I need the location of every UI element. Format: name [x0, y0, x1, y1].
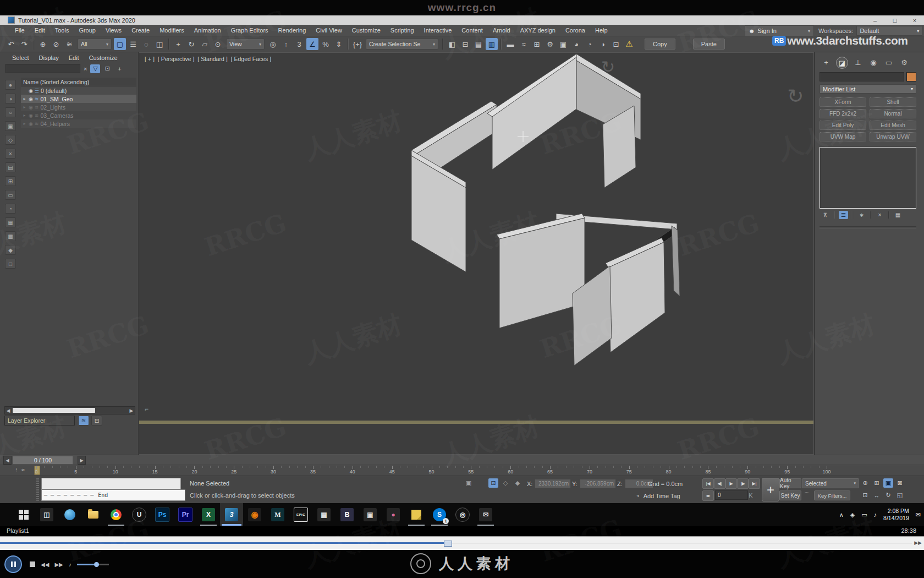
taskbar-chrome[interactable]: [105, 503, 128, 526]
show-end-result-icon[interactable]: ☰: [839, 211, 848, 219]
utilities-tab-icon[interactable]: ⚙: [899, 57, 910, 68]
selection-set-dropdown[interactable]: Selected ▾: [802, 478, 859, 488]
select-by-name-icon[interactable]: ☰: [127, 38, 139, 50]
mini-curve-dots-icon[interactable]: ⁝: [15, 467, 17, 473]
schematic-view-icon[interactable]: ⊞: [531, 38, 543, 50]
eye-icon[interactable]: ◉: [29, 121, 33, 127]
display-geometry-icon[interactable]: ▣: [5, 121, 16, 131]
list-item[interactable]: ▸◉≋02_Lights: [21, 103, 136, 111]
display-helpers-icon[interactable]: ⊞: [5, 176, 16, 186]
auto-key-button[interactable]: Auto Key: [779, 478, 801, 488]
select-and-place-icon[interactable]: ⊙: [212, 38, 224, 50]
absolute-mode-icon[interactable]: ◆: [513, 478, 522, 488]
volume-icon[interactable]: ♪: [69, 561, 72, 568]
maximize-button[interactable]: □: [889, 17, 901, 24]
time-slider-handle[interactable]: 0 / 100: [13, 456, 73, 465]
taskbar-photoshop[interactable]: Ps: [151, 503, 174, 526]
modifier-button-xform[interactable]: XForm: [820, 97, 866, 107]
previous-frame-arrow[interactable]: ◀: [3, 456, 12, 465]
display-containers-icon[interactable]: □: [5, 259, 16, 269]
close-button[interactable]: ×: [909, 17, 921, 24]
maxscript-listener-top[interactable]: [41, 478, 181, 489]
make-unique-icon[interactable]: ∗: [857, 211, 866, 219]
isolate-selection-icon[interactable]: ▣: [464, 478, 474, 488]
align-icon[interactable]: ⊟: [459, 38, 471, 50]
open-mini-curve-editor-icon[interactable]: ≈: [21, 467, 25, 473]
lock-icon[interactable]: ⊡: [102, 64, 112, 73]
taskbar-resolve[interactable]: ▣: [359, 503, 382, 526]
modifier-button-unwrap-uvw[interactable]: Unwrap UVW: [870, 132, 916, 141]
curve-editor-icon[interactable]: ≈: [518, 38, 530, 50]
display-bones-icon[interactable]: ◆: [5, 245, 16, 255]
select-and-rotate-icon[interactable]: ↻: [185, 38, 197, 50]
taskbar-character-app[interactable]: ●: [382, 503, 405, 526]
viewport-menu-renderer[interactable]: [ Standard ]: [197, 56, 227, 62]
modifier-list-dropdown[interactable]: Modifier List ▾: [820, 84, 916, 94]
display-layers-icon[interactable]: ≋: [78, 416, 89, 426]
offset-mode-icon[interactable]: ◇: [501, 478, 510, 488]
spinner-snap-icon[interactable]: ⇕: [333, 38, 345, 50]
minimize-button[interactable]: –: [869, 17, 881, 24]
selection-lock-icon[interactable]: ⊡: [488, 478, 498, 488]
menu-tools[interactable]: Tools: [50, 25, 74, 36]
zoom-extents-icon[interactable]: ▣: [883, 478, 893, 488]
eye-icon[interactable]: ◉: [29, 96, 33, 102]
stop-button[interactable]: [30, 561, 35, 567]
explorer-menu-customize[interactable]: Customize: [85, 54, 122, 61]
explorer-menu-select[interactable]: Select: [8, 54, 34, 61]
taskbar-calculator[interactable]: ▦: [312, 503, 336, 526]
display-shapes-icon[interactable]: ◇: [5, 135, 16, 145]
fast-forward-icon[interactable]: ▶▶: [914, 540, 922, 546]
reference-coordsys-dropdown[interactable]: View▾: [226, 39, 265, 50]
taskbar-messages[interactable]: ✉: [474, 503, 497, 526]
menu-views[interactable]: Views: [101, 25, 127, 36]
taskbar-task-view[interactable]: ◫: [35, 503, 58, 526]
undo-icon[interactable]: ↶: [5, 38, 17, 50]
eye-icon[interactable]: ◉: [29, 113, 33, 118]
next-track-icon[interactable]: ▶▶: [54, 561, 63, 568]
display-cameras-icon[interactable]: ▤: [5, 162, 16, 172]
mirror-icon[interactable]: ◧: [446, 38, 458, 50]
list-item[interactable]: ▸◉≋01_SM_Geo: [21, 95, 136, 103]
taskbar-unreal[interactable]: U: [128, 503, 151, 526]
activeshade-icon[interactable]: ◑: [597, 38, 609, 50]
taskbar-excel[interactable]: X: [197, 503, 220, 526]
current-frame-field[interactable]: 0: [715, 490, 748, 500]
explorer-menu-display[interactable]: Display: [35, 54, 63, 61]
display-tab-icon[interactable]: ▭: [883, 57, 894, 68]
zoom-extents-all-icon[interactable]: ⊠: [895, 478, 905, 488]
unlink-selection-icon[interactable]: ⊘: [50, 38, 62, 50]
menu-group[interactable]: Group: [74, 25, 101, 36]
taskbar-cortana[interactable]: [58, 503, 81, 526]
modify-tab-icon[interactable]: ◪: [836, 57, 848, 69]
expand-icon[interactable]: ▸: [22, 121, 27, 126]
render-setup-icon[interactable]: ⚙: [544, 38, 556, 50]
taskbar-3ds-max[interactable]: 3: [220, 503, 243, 526]
object-color-swatch[interactable]: [906, 72, 916, 81]
previous-frame-button[interactable]: ◀|: [714, 478, 725, 489]
list-item[interactable]: ▸◉≋03_Cameras: [21, 111, 136, 119]
taskbar-premiere[interactable]: Pr: [174, 503, 197, 526]
modifier-button-normal[interactable]: Normal: [870, 109, 916, 118]
toggle-layer-explorer-icon[interactable]: ▥: [486, 38, 498, 50]
scroll-right-icon[interactable]: ▶: [128, 408, 135, 413]
add-layer-icon[interactable]: +: [114, 64, 124, 73]
teamviewer-icon[interactable]: ◈: [850, 511, 855, 519]
warning-icon[interactable]: ⚠: [623, 38, 635, 50]
expand-icon[interactable]: ▸: [22, 113, 27, 118]
display-hierarchy-icon[interactable]: ⊟: [91, 416, 102, 426]
menu-customize[interactable]: Customize: [347, 25, 386, 36]
redo-icon[interactable]: ↷: [18, 38, 30, 50]
next-frame-button[interactable]: |▶: [737, 478, 749, 489]
key-filters-button[interactable]: Key Filters...: [814, 490, 850, 500]
workspace-dropdown[interactable]: Default ▾: [856, 26, 922, 36]
percent-snap-icon[interactable]: %: [320, 38, 332, 50]
volume-icon[interactable]: ♪: [874, 511, 877, 519]
tray-chevron-icon[interactable]: ∧: [839, 511, 844, 519]
search-input[interactable]: [6, 64, 80, 73]
select-and-manipulate-icon[interactable]: ↑: [280, 38, 292, 50]
menu-animation[interactable]: Animation: [189, 25, 226, 36]
taskbar-epic[interactable]: EPIC: [289, 503, 312, 526]
menu-corona[interactable]: Corona: [560, 25, 590, 36]
taskbar-skype[interactable]: S1: [428, 503, 451, 526]
